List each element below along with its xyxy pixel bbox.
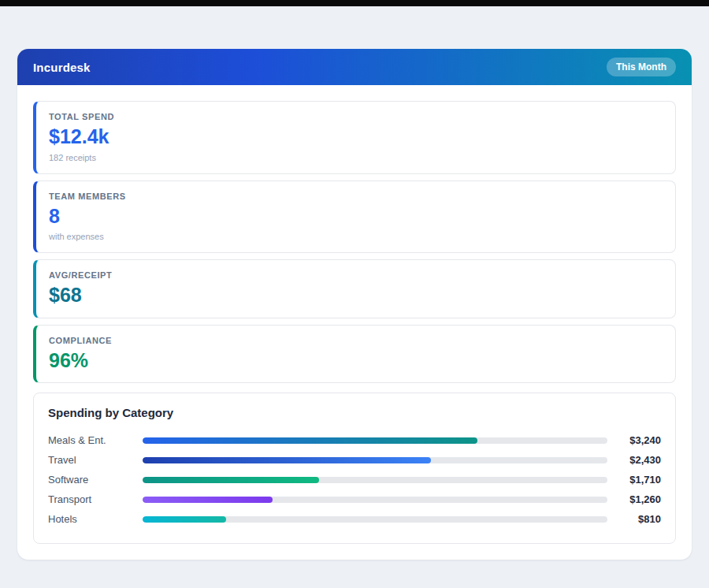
- category-label: Transport: [48, 493, 143, 505]
- app-header: Incurdesk This Month: [17, 49, 692, 85]
- category-value: $1,260: [607, 493, 661, 505]
- category-row-software: Software $1,710: [48, 470, 661, 489]
- category-label: Hotels: [48, 513, 143, 525]
- stat-card-total-spend: TOTAL SPEND $12.4k 182 receipts: [33, 101, 676, 174]
- category-value: $810: [607, 513, 661, 525]
- category-row-transport: Transport $1,260: [48, 489, 661, 509]
- top-window-strip: [0, 0, 709, 6]
- category-bar-track: [143, 497, 607, 503]
- stat-card-avg-receipt: AVG/RECEIPT $68: [33, 259, 676, 318]
- category-row-travel: Travel $2,430: [48, 450, 661, 470]
- category-value: $1,710: [607, 474, 661, 486]
- category-bar-track: [143, 457, 607, 463]
- stat-label: AVG/RECEIPT: [49, 270, 663, 280]
- category-bar-fill: [143, 516, 226, 523]
- category-value: $2,430: [607, 454, 661, 466]
- category-bar-fill: [143, 437, 477, 444]
- app-title: Incurdesk: [33, 61, 91, 74]
- stat-value: $12.4k: [49, 126, 663, 148]
- category-bar-fill: [143, 457, 431, 463]
- category-value: $3,240: [607, 434, 661, 446]
- stat-card-compliance: COMPLIANCE 96%: [33, 325, 676, 384]
- stat-label: TOTAL SPEND: [49, 112, 663, 121]
- category-bar-fill: [143, 477, 319, 483]
- stat-card-team-members: TEAM MEMBERS 8 with expenses: [33, 180, 676, 254]
- stat-subtext: 182 receipts: [49, 153, 663, 162]
- stat-label: COMPLIANCE: [49, 336, 663, 345]
- category-bar-fill: [143, 497, 273, 503]
- stat-value: $68: [49, 285, 663, 307]
- stat-value: 8: [49, 206, 663, 228]
- category-row-meals: Meals & Ent. $3,240: [48, 430, 661, 450]
- period-badge[interactable]: This Month: [607, 58, 676, 76]
- spending-by-category-card: Spending by Category Meals & Ent. $3,240…: [33, 393, 676, 544]
- category-bar-track: [143, 477, 607, 483]
- category-label: Meals & Ent.: [48, 434, 143, 446]
- card-body: TOTAL SPEND $12.4k 182 receipts TEAM MEM…: [17, 85, 692, 560]
- stat-value: 96%: [49, 350, 663, 372]
- stat-label: TEAM MEMBERS: [49, 192, 663, 201]
- category-bar-track: [143, 516, 607, 523]
- spending-section-title: Spending by Category: [48, 406, 661, 419]
- stat-subtext: with expenses: [49, 232, 663, 241]
- category-label: Software: [48, 474, 143, 486]
- category-label: Travel: [48, 454, 143, 466]
- dashboard-card: Incurdesk This Month TOTAL SPEND $12.4k …: [17, 49, 692, 560]
- category-row-hotels: Hotels $810: [48, 509, 661, 529]
- category-bar-track: [143, 437, 607, 444]
